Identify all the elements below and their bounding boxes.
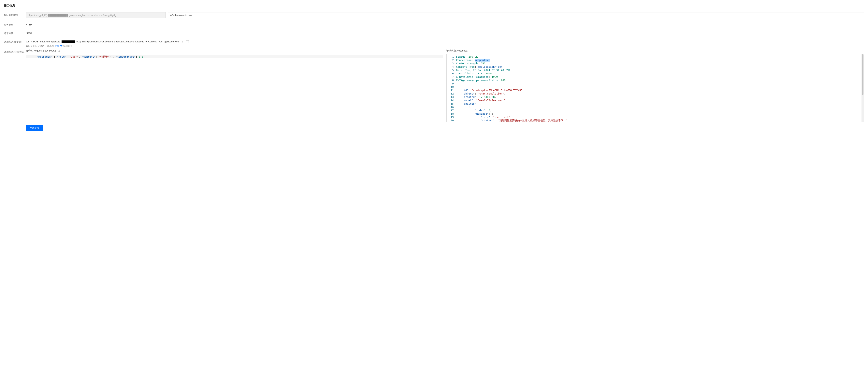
external-link-icon [60, 45, 62, 47]
response-panel: 请求响应(Response) 1234567891011121314151617… [446, 49, 864, 122]
row-online: 调用方式(在线测试) 请求体(Request Body 600KB 内) 1 {… [4, 49, 864, 122]
row-address: 接口调用地址 [4, 12, 864, 18]
cmd-hint-post: 指引调用 [63, 45, 72, 48]
cmd-redacted [62, 40, 75, 43]
cmd-label: 调用方式(命令行) [4, 39, 26, 43]
section-title: 接口信息 [4, 4, 864, 7]
scrollbar[interactable] [862, 54, 864, 122]
service-type-label: 服务类型 [4, 22, 26, 27]
address-base-input[interactable] [26, 12, 166, 18]
cmd-hint-pre: 若服务开启了鉴权，请参考 [26, 45, 54, 48]
row-method: 请求方法 POST [4, 31, 864, 35]
method-label: 请求方法 [4, 31, 26, 35]
response-title: 请求响应(Response) [446, 49, 864, 53]
cmd-prefix: curl -X POST https://ms-gp6rjk2j- [26, 40, 60, 43]
request-title: 请求体(Request Body 600KB 内) [26, 49, 443, 53]
service-type-value: HTTP [26, 22, 864, 26]
address-path-input[interactable] [168, 12, 864, 18]
online-label: 调用方式(在线测试) [4, 49, 26, 54]
row-service-type: 服务类型 HTTP [4, 22, 864, 27]
request-editor[interactable]: 1 {"messages":[{"role": "user", "content… [26, 54, 443, 122]
doc-link[interactable]: 文档 [55, 45, 62, 48]
copy-icon[interactable] [186, 40, 189, 43]
request-panel: 请求体(Request Body 600KB 内) 1 {"messages":… [26, 49, 443, 122]
row-cmd: 调用方式(命令行) curl -X POST https://ms-gp6rjk… [4, 39, 864, 48]
method-value: POST [26, 31, 864, 34]
send-request-button[interactable]: 发送请求 [26, 125, 43, 131]
cmd-suffix: w.ap-shanghai.ti.tencentcs.com/ms-gp6rjk… [76, 40, 185, 43]
response-editor[interactable]: 123456789101112131415161718192021 Status… [446, 54, 864, 122]
address-label: 接口调用地址 [4, 12, 26, 17]
